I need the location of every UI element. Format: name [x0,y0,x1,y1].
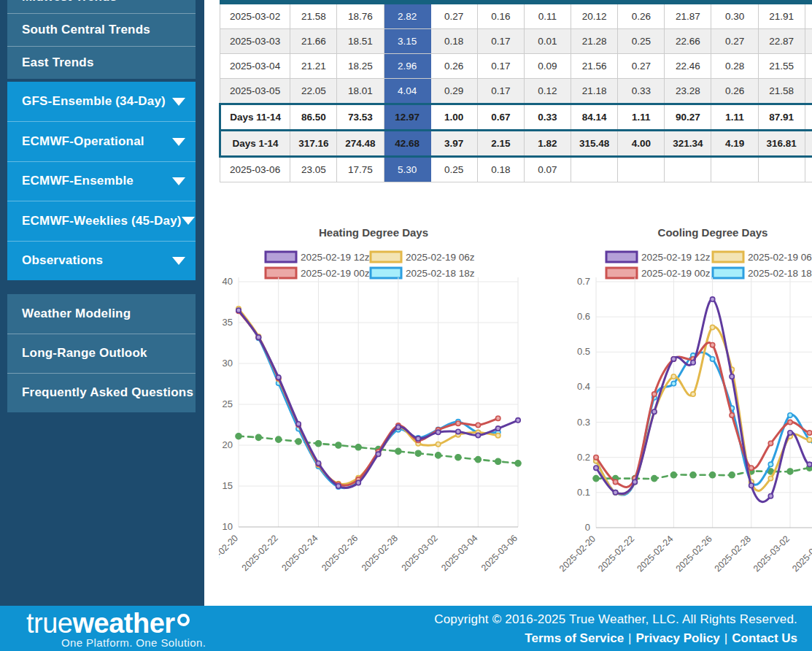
data-point [495,416,500,420]
y-tick-label: 15 [223,480,233,491]
value-cell [711,157,758,182]
data-point [671,357,676,361]
data-point [788,413,792,417]
value-cell: 17.75 [337,157,384,182]
data-point [296,422,301,426]
sidebar-item-ecmwf-weeklies-45-day[interactable]: ECMWF-Weeklies (45-Day) [7,201,196,240]
value-cell: 22.87 [758,29,805,54]
value-cell: 18.25 [337,54,384,79]
value-cell: 18.51 [337,29,384,54]
data-point [807,431,811,435]
date-cell: Days 11-14 [220,104,290,131]
x-tick-label: 2025-02-22 [596,533,636,574]
data-point [691,392,695,396]
chart-legend[interactable]: 2025-02-19 12z2025-02-19 06z2025-02-19 0… [266,252,475,279]
value-cell: 3.97 [430,131,477,157]
value-cell: 1.00 [430,104,477,131]
data-point [435,452,441,458]
y-tick-label: 25 [223,398,233,409]
data-point [356,480,360,485]
data-point [315,441,321,447]
link-privacy-policy[interactable]: Privacy Policy [636,631,720,645]
data-point [276,436,282,442]
value-cell: 2.15 [477,131,524,157]
link-contact-us[interactable]: Contact Us [732,631,797,645]
sidebar-item-east-trends[interactable]: East Trends [7,46,196,79]
main-content: 2025-03-0221.5818.762.820.270.160.1120.1… [204,0,812,606]
sidebar-item-label: ECMWF-Ensemble [22,174,134,188]
data-point [768,493,773,498]
value-cell [758,157,805,182]
logo-text-light: true [26,608,72,639]
value-cell: 0.33 [524,104,571,131]
value-cell: 22.66 [665,29,711,54]
value-cell: 0.26 [618,2,665,29]
legend-label: 2025-02-19 12z [301,252,370,263]
cooling-chart[interactable]: Cooling Degree Days2025-02-19 12z2025-02… [558,222,812,590]
data-point [709,472,715,478]
date-cell: 2025-03-02 [220,2,290,29]
data-point [236,308,241,312]
value-cell: 315.48 [571,131,618,157]
value-cell [805,54,812,79]
value-cell: 21.18 [571,79,618,104]
heating-chart[interactable]: Heating Degree Days2025-02-19 12z2025-02… [219,222,529,590]
sidebar-item-label: ECMWF-Weeklies (45-Day) [22,214,182,228]
data-point [788,431,792,435]
data-point [415,450,421,456]
sidebar-item-observations[interactable]: Observations [7,241,196,280]
y-tick-label: 10 [223,521,233,532]
sidebar-item-ecmwf-operational[interactable]: ECMWF-Operational [7,121,196,161]
data-point [730,413,734,417]
chevron-down-icon [172,177,185,185]
link-terms-of-service[interactable]: Terms of Service [525,631,624,645]
data-point [671,381,676,385]
sidebar-item-label: Midwest Trends [22,0,117,4]
data-point [730,374,734,379]
chevron-down-icon [172,257,185,265]
sidebar-item-weather-modeling[interactable]: Weather Modeling [7,294,196,334]
data-point [416,436,420,441]
data-point [671,374,676,379]
data-point [710,342,714,347]
x-tick-label: 2025-02-26 [320,533,360,573]
value-cell: 21.28 [571,29,618,54]
table-row-summary: Days 11-1486.5073.5312.971.000.670.3384.… [220,104,812,131]
footer-links: Terms of Service|Privacy Policy|Contact … [434,631,797,646]
trueweather-logo[interactable]: trueweather One Platform. One Solution. [26,608,206,649]
logo-tagline: One Platform. One Solution. [61,636,206,649]
value-cell: 0.27 [618,54,665,79]
value-cell: 1.11 [711,104,758,131]
y-tick-label: 0 [585,522,590,533]
chevron-down-icon [172,138,185,146]
data-point [613,490,617,495]
sidebar-item-label: ECMWF-Operational [22,134,144,149]
data-point [295,439,301,444]
chevron-down-icon [182,217,195,225]
chart-legend[interactable]: 2025-02-19 12z2025-02-19 06z2025-02-19 0… [606,252,812,279]
legend-label: 2025-02-19 06z [406,252,475,263]
legend-label: 2025-02-18 18z [406,268,475,279]
sidebar-item-midwest-trends[interactable]: Midwest Trends [7,0,196,13]
value-cell: 0.16 [477,2,524,29]
data-point [395,448,401,454]
sidebar-item-gfs-ensemble-34-day[interactable]: GFS-Ensemble (34-Day) [7,82,196,121]
data-point [456,429,460,434]
data-point [690,472,696,478]
value-cell: 0.11 [524,2,571,29]
legend-swatch [606,252,637,262]
sidebar-item-label: Frequently Asked Questions [22,385,193,400]
data-point [455,454,461,460]
sidebar-item-long-range-outlook[interactable]: Long-Range Outlook [7,334,196,373]
sidebar-item-south-central-trends[interactable]: South Central Trends [7,13,196,46]
y-tick-label: 0.4 [577,381,590,392]
data-point [807,462,811,466]
data-point [710,297,714,301]
data-point [613,479,617,484]
value-cell: 23.28 [665,79,711,104]
value-cell: 0.29 [430,79,477,104]
sidebar-item-frequently-asked-questions[interactable]: Frequently Asked Questions [7,373,196,412]
table-row: 2025-03-0221.5818.762.820.270.160.1120.1… [220,2,812,29]
legend-label: 2025-02-19 00z [301,268,370,279]
sidebar-item-ecmwf-ensemble[interactable]: ECMWF-Ensemble [7,161,196,201]
